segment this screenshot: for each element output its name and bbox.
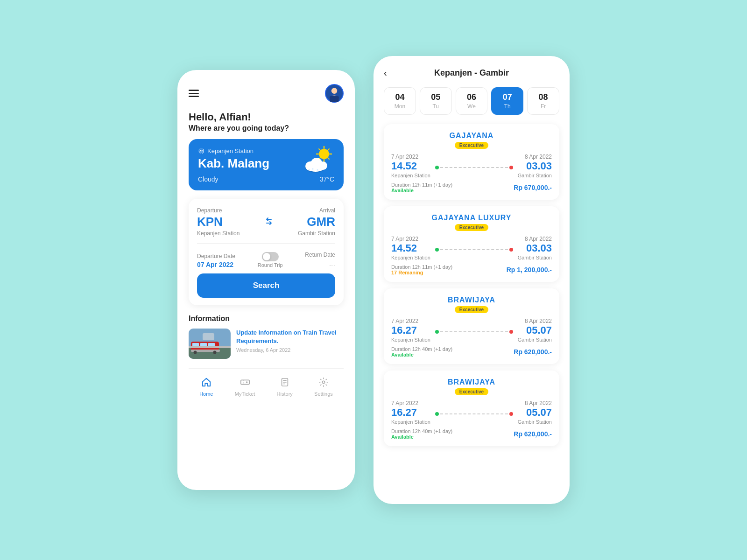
nav-home[interactable]: Home bbox=[199, 377, 213, 397]
train-times-row: 7 Apr 2022 14.52 Kepanjen Station 8 Apr … bbox=[391, 154, 552, 178]
train-class: Excecutive bbox=[455, 224, 488, 231]
departure-label: Departure bbox=[197, 207, 240, 214]
train-name: BRAWIJAYA bbox=[391, 296, 552, 304]
train-card-2[interactable]: BRAWIJAYA Excecutive 7 Apr 2022 16.27 Ke… bbox=[384, 288, 559, 364]
nav-history-label: History bbox=[277, 391, 293, 397]
nav-myticket-label: MyTicket bbox=[235, 391, 255, 397]
svg-line-16 bbox=[319, 149, 320, 150]
train-image bbox=[189, 329, 231, 359]
weather-description: Cloudy bbox=[198, 175, 218, 183]
svg-point-47 bbox=[322, 381, 325, 384]
svg-point-37 bbox=[213, 351, 217, 354]
round-trip-label: Round Trip bbox=[258, 262, 283, 268]
return-date-col: Return Date ··· bbox=[305, 250, 335, 270]
arr-block: 8 Apr 2022 03.03 Gambir Station bbox=[518, 154, 552, 178]
arr-block: 8 Apr 2022 03.03 Gambir Station bbox=[518, 236, 552, 260]
nav-settings[interactable]: Settings bbox=[314, 377, 333, 397]
arrival-label: Arrival bbox=[298, 207, 335, 214]
arr-block: 8 Apr 2022 05.07 Gambir Station bbox=[518, 318, 552, 343]
svg-rect-32 bbox=[192, 343, 199, 347]
svg-rect-33 bbox=[200, 343, 207, 347]
svg-rect-34 bbox=[208, 343, 215, 347]
train-name: GAJAYANA bbox=[391, 132, 552, 140]
train-class: Excecutive bbox=[455, 306, 488, 313]
svg-rect-38 bbox=[189, 346, 231, 348]
greeting: Hello, Alfian! Where are you going today… bbox=[189, 111, 344, 133]
trip-form-card: Departure KPN Kepanjen Station Arrival G… bbox=[189, 199, 344, 305]
svg-point-25 bbox=[312, 168, 314, 170]
arrival-col: Arrival GMR Gambir Station bbox=[298, 207, 335, 237]
arr-block: 8 Apr 2022 05.07 Gambir Station bbox=[518, 400, 552, 425]
date-item-04[interactable]: 04Mon bbox=[384, 87, 416, 115]
date-picker: 04Mon05Tu06We07Th08Fr bbox=[384, 87, 559, 115]
round-trip-toggle[interactable] bbox=[262, 252, 279, 261]
dep-block: 7 Apr 2022 14.52 Kepanjen Station bbox=[391, 236, 430, 260]
departure-station: Kepanjen Station bbox=[197, 230, 240, 237]
svg-rect-5 bbox=[200, 150, 201, 151]
information-card[interactable]: Update Information on Train Travel Requi… bbox=[189, 329, 344, 359]
left-phone: Hello, Alfian! Where are you going today… bbox=[177, 70, 355, 490]
svg-point-8 bbox=[200, 153, 201, 154]
svg-rect-3 bbox=[330, 96, 339, 102]
search-button[interactable]: Search bbox=[197, 273, 335, 298]
back-button[interactable]: ‹ bbox=[384, 68, 387, 78]
svg-point-42 bbox=[246, 381, 247, 383]
nav-home-label: Home bbox=[199, 391, 213, 397]
greeting-subtitle: Where are you going today? bbox=[189, 124, 344, 133]
train-line bbox=[435, 318, 513, 343]
train-footer: Duration 12h 40m (+1 day) Available Rp 6… bbox=[391, 428, 552, 440]
departure-date-value: 07 Apr 2022 bbox=[197, 261, 235, 268]
home-icon bbox=[201, 377, 211, 390]
train-class: Excecutive bbox=[455, 142, 488, 149]
date-item-06[interactable]: 06We bbox=[456, 87, 488, 115]
weather-bottom: Cloudy 37°C bbox=[198, 175, 334, 183]
train-cards-container: GAJAYANA Excecutive 7 Apr 2022 14.52 Kep… bbox=[384, 124, 559, 446]
weather-temperature: 37°C bbox=[320, 175, 334, 183]
round-trip-toggle-wrap: Round Trip bbox=[258, 252, 283, 268]
information-link[interactable]: Update Information on Train Travel Requi… bbox=[236, 329, 344, 345]
avatar[interactable] bbox=[325, 84, 344, 103]
settings-icon bbox=[318, 377, 329, 390]
nav-history[interactable]: History bbox=[277, 377, 293, 397]
date-item-05[interactable]: 05Tu bbox=[420, 87, 452, 115]
train-line bbox=[435, 400, 513, 425]
svg-point-1 bbox=[331, 88, 338, 94]
arrival-code: GMR bbox=[298, 215, 335, 229]
svg-line-18 bbox=[328, 149, 329, 150]
train-footer: Duration 12h 11m (+1 day) 17 Remaning Rp… bbox=[391, 264, 552, 275]
svg-point-27 bbox=[309, 169, 310, 170]
menu-button[interactable] bbox=[189, 90, 199, 97]
nav-myticket[interactable]: MyTicket bbox=[235, 377, 255, 397]
departure-code: KPN bbox=[197, 215, 240, 229]
route-title: Kepanjen - Gambir bbox=[434, 68, 509, 78]
swap-icon[interactable] bbox=[263, 207, 275, 227]
train-name: BRAWIJAYA bbox=[391, 378, 552, 386]
train-footer: Duration 12h 11m (+1 day) Available Rp 6… bbox=[391, 182, 552, 193]
train-line bbox=[435, 236, 513, 260]
svg-point-36 bbox=[194, 351, 197, 354]
train-class: Excecutive bbox=[455, 388, 488, 395]
svg-point-26 bbox=[317, 169, 318, 171]
svg-point-24 bbox=[319, 161, 327, 170]
nav-settings-label: Settings bbox=[314, 391, 333, 397]
train-name: GAJAYANA LUXURY bbox=[391, 214, 552, 222]
train-footer: Duration 12h 40m (+1 day) Available Rp 6… bbox=[391, 346, 552, 357]
train-card-3[interactable]: BRAWIJAYA Excecutive 7 Apr 2022 16.27 Ke… bbox=[384, 371, 559, 446]
train-card-0[interactable]: GAJAYANA Excecutive 7 Apr 2022 14.52 Kep… bbox=[384, 124, 559, 200]
arrival-station: Gambir Station bbox=[298, 230, 335, 237]
svg-rect-39 bbox=[203, 333, 214, 340]
dep-block: 7 Apr 2022 16.27 Kepanjen Station bbox=[391, 318, 430, 343]
history-icon bbox=[280, 377, 290, 390]
top-bar bbox=[189, 84, 344, 103]
information-text: Update Information on Train Travel Requi… bbox=[236, 329, 344, 353]
return-date-label: Return Date bbox=[305, 252, 335, 258]
date-item-08[interactable]: 08Fr bbox=[527, 87, 559, 115]
right-phone: ‹ Kepanjen - Gambir 04Mon05Tu06We07Th08F… bbox=[374, 56, 570, 504]
return-date-dots: ··· bbox=[305, 261, 335, 270]
dep-block: 7 Apr 2022 14.52 Kepanjen Station bbox=[391, 154, 430, 178]
svg-line-17 bbox=[328, 158, 329, 159]
date-item-07[interactable]: 07Th bbox=[491, 87, 523, 115]
ticket-icon bbox=[240, 377, 250, 390]
train-times-row: 7 Apr 2022 14.52 Kepanjen Station 8 Apr … bbox=[391, 236, 552, 260]
train-card-1[interactable]: GAJAYANA LUXURY Excecutive 7 Apr 2022 14… bbox=[384, 206, 559, 282]
